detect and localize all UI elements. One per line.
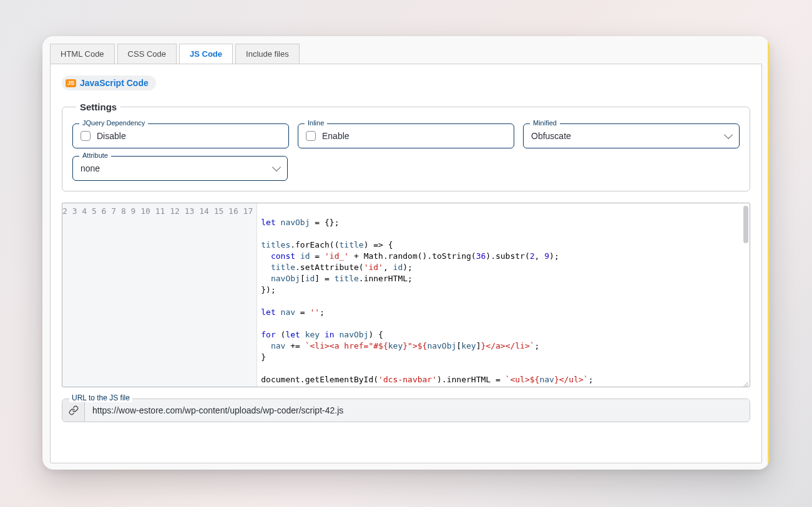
jquery-dependency-field[interactable]: JQuery Dependency Disable: [72, 123, 289, 148]
jquery-legend: JQuery Dependency: [79, 119, 148, 127]
inline-checkbox[interactable]: [306, 131, 316, 141]
settings-fieldset: Settings JQuery Dependency Disable Inlin…: [62, 102, 750, 191]
scrollbar-thumb[interactable]: [743, 206, 748, 243]
link-icon: [62, 399, 85, 422]
section-title: JavaScript Code: [80, 78, 149, 88]
minified-select[interactable]: Minified Obfuscate: [523, 123, 740, 148]
inline-field[interactable]: Inline Enable: [298, 123, 514, 148]
minified-value: Obfuscate: [531, 131, 571, 141]
attribute-legend: Attribute: [79, 152, 111, 159]
inline-label: Enable: [322, 131, 350, 141]
tab-js[interactable]: JS Code: [179, 44, 233, 64]
code-lines[interactable]: let navObj = {}; titles.forEach((title) …: [257, 203, 750, 387]
tab-css[interactable]: CSS Code: [117, 44, 177, 64]
tab-html[interactable]: HTML Code: [50, 44, 115, 64]
settings-row-1: JQuery Dependency Disable Inline Enable …: [72, 123, 740, 148]
settings-legend: Settings: [76, 102, 120, 112]
line-gutter: 2 3 4 5 6 7 8 9 10 11 12 13 14 15 16 17: [62, 203, 257, 387]
attribute-select[interactable]: Attribute none: [72, 156, 288, 181]
window-accent-edge: [768, 36, 770, 470]
tab-content: JS JavaScript Code Settings JQuery Depen…: [50, 64, 762, 463]
editor-window: HTML Code CSS Code JS Code Include files…: [42, 36, 770, 470]
url-input[interactable]: [85, 399, 750, 422]
chevron-down-icon: [272, 163, 281, 171]
tab-include[interactable]: Include files: [235, 44, 300, 64]
section-header: JS JavaScript Code: [62, 75, 156, 90]
minified-legend: Minified: [530, 119, 560, 127]
url-legend: URL to the JS file: [69, 394, 132, 402]
js-icon: JS: [66, 79, 76, 87]
url-field: URL to the JS file: [62, 398, 750, 422]
resize-handle[interactable]: [741, 378, 750, 387]
inline-legend: Inline: [305, 119, 327, 127]
tabs: HTML Code CSS Code JS Code Include files: [42, 36, 770, 64]
attribute-value: none: [81, 163, 100, 173]
code-editor[interactable]: 2 3 4 5 6 7 8 9 10 11 12 13 14 15 16 17 …: [62, 203, 750, 387]
jquery-checkbox[interactable]: [81, 131, 90, 141]
chevron-down-icon: [724, 130, 733, 139]
jquery-label: Disable: [97, 131, 126, 141]
settings-row-2: Attribute none: [72, 156, 740, 181]
